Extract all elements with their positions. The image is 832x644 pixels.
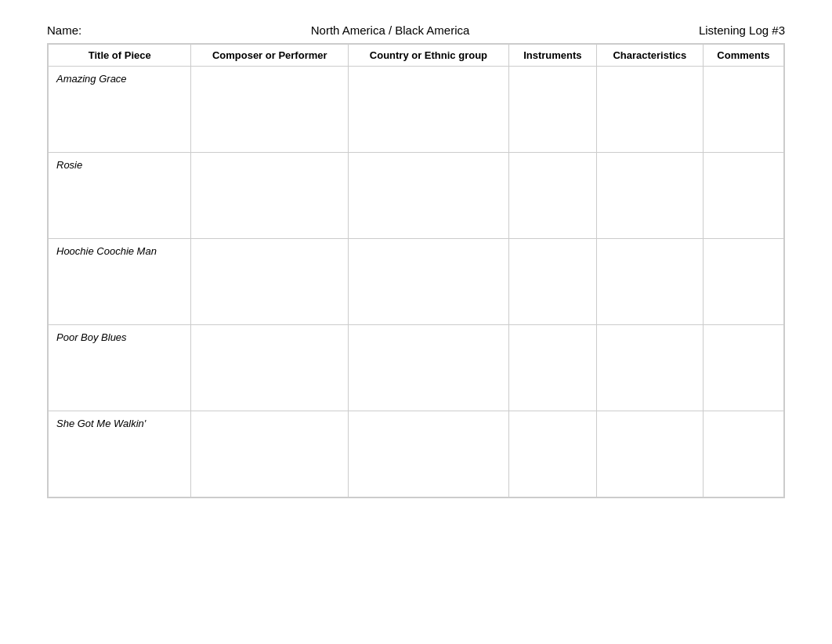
table-row: Poor Boy Blues bbox=[49, 325, 784, 411]
cell-characteristics-0[interactable] bbox=[596, 67, 703, 153]
cell-characteristics-3[interactable] bbox=[596, 325, 703, 411]
cell-instruments-4[interactable] bbox=[508, 411, 596, 497]
table-row: Hoochie Coochie Man bbox=[49, 239, 784, 325]
table-row: Amazing Grace bbox=[49, 67, 784, 153]
cell-country-1[interactable] bbox=[348, 153, 508, 239]
col-header-characteristics: Characteristics bbox=[596, 45, 703, 67]
cell-title-2[interactable]: Hoochie Coochie Man bbox=[49, 239, 191, 325]
cell-comments-4[interactable] bbox=[703, 411, 783, 497]
cell-composer-0[interactable] bbox=[191, 67, 349, 153]
cell-comments-0[interactable] bbox=[703, 67, 783, 153]
cell-composer-4[interactable] bbox=[191, 411, 349, 497]
col-header-instruments: Instruments bbox=[508, 45, 596, 67]
cell-country-0[interactable] bbox=[348, 67, 508, 153]
cell-composer-1[interactable] bbox=[191, 153, 349, 239]
page-container: Name: North America / Black America List… bbox=[0, 0, 832, 522]
cell-title-3[interactable]: Poor Boy Blues bbox=[49, 325, 191, 411]
page-title: North America / Black America bbox=[311, 24, 470, 37]
table-wrapper: Title of Piece Composer or Performer Cou… bbox=[47, 43, 785, 498]
cell-title-4[interactable]: She Got Me Walkin' bbox=[49, 411, 191, 497]
cell-comments-3[interactable] bbox=[703, 325, 783, 411]
cell-country-3[interactable] bbox=[348, 325, 508, 411]
col-header-title: Title of Piece bbox=[49, 45, 191, 67]
cell-composer-2[interactable] bbox=[191, 239, 349, 325]
table-body: Amazing GraceRosieHoochie Coochie ManPoo… bbox=[49, 67, 784, 497]
table-row: She Got Me Walkin' bbox=[49, 411, 784, 497]
cell-instruments-1[interactable] bbox=[508, 153, 596, 239]
name-label: Name: bbox=[47, 24, 81, 37]
header-row: Name: North America / Black America List… bbox=[47, 24, 785, 37]
table-header-row: Title of Piece Composer or Performer Cou… bbox=[49, 45, 784, 67]
cell-country-4[interactable] bbox=[348, 411, 508, 497]
col-header-country: Country or Ethnic group bbox=[348, 45, 508, 67]
table-row: Rosie bbox=[49, 153, 784, 239]
cell-comments-2[interactable] bbox=[703, 239, 783, 325]
cell-instruments-3[interactable] bbox=[508, 325, 596, 411]
cell-composer-3[interactable] bbox=[191, 325, 349, 411]
log-title: Listening Log #3 bbox=[699, 24, 785, 37]
cell-instruments-0[interactable] bbox=[508, 67, 596, 153]
cell-title-0[interactable]: Amazing Grace bbox=[49, 67, 191, 153]
listening-log-table: Title of Piece Composer or Performer Cou… bbox=[48, 44, 784, 497]
col-header-composer: Composer or Performer bbox=[191, 45, 349, 67]
cell-characteristics-2[interactable] bbox=[596, 239, 703, 325]
col-header-comments: Comments bbox=[703, 45, 783, 67]
cell-characteristics-4[interactable] bbox=[596, 411, 703, 497]
cell-title-1[interactable]: Rosie bbox=[49, 153, 191, 239]
cell-country-2[interactable] bbox=[348, 239, 508, 325]
cell-instruments-2[interactable] bbox=[508, 239, 596, 325]
cell-characteristics-1[interactable] bbox=[596, 153, 703, 239]
cell-comments-1[interactable] bbox=[703, 153, 783, 239]
